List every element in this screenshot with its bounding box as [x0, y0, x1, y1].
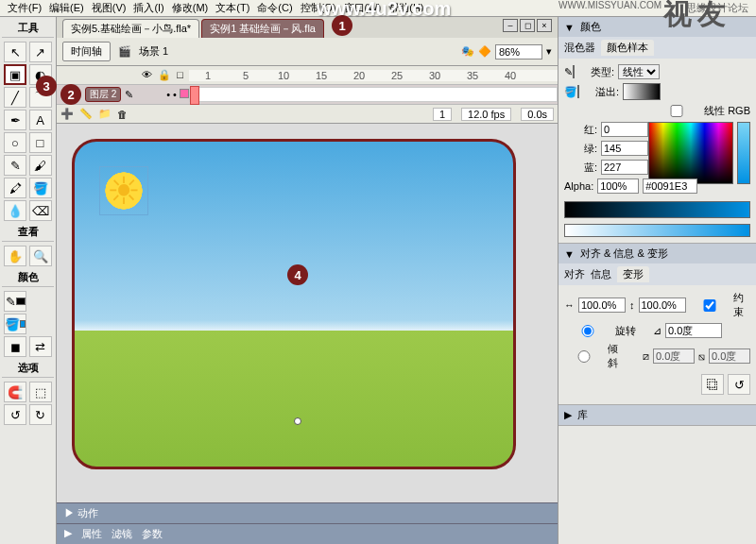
transform-tab[interactable]: 变形 — [617, 266, 649, 282]
minimize-button[interactable]: – — [503, 19, 518, 32]
width-input[interactable] — [578, 298, 626, 313]
library-panel-title[interactable]: 库 — [577, 408, 588, 422]
a-label: Alpha: — [564, 180, 593, 192]
tab-2[interactable]: 实例1 基础绘画－风.fla — [201, 19, 324, 38]
add-layer-icon[interactable]: ➕ — [60, 108, 74, 120]
layer-name[interactable]: 图层 2 — [85, 87, 121, 102]
b-input[interactable] — [601, 160, 648, 175]
brush-tool[interactable]: 🖌 — [29, 155, 52, 176]
actions-panel[interactable]: ▶ 动作 — [64, 506, 98, 520]
rotate-radio[interactable] — [564, 325, 611, 337]
color-header: 颜色 — [2, 268, 54, 287]
menu-file[interactable]: 文件(F) — [4, 1, 45, 15]
timeline-button[interactable]: 时间轴 — [62, 42, 111, 61]
playhead[interactable] — [190, 86, 199, 105]
menu-modify[interactable]: 修改(M) — [168, 1, 213, 15]
menu-edit[interactable]: 编辑(E) — [45, 1, 88, 15]
zoom-input[interactable] — [495, 44, 542, 60]
bw-button[interactable]: ◼ — [4, 336, 26, 357]
text-tool[interactable]: A — [29, 110, 52, 130]
info-tab[interactable]: 信息 — [591, 267, 611, 281]
eye-icon[interactable]: 👁 — [142, 69, 152, 81]
overflow-select[interactable] — [623, 83, 661, 100]
restore-button[interactable]: ◻ — [520, 19, 535, 32]
rotate-input[interactable] — [665, 323, 722, 338]
subselect-tool[interactable]: ↗ — [29, 42, 52, 62]
tick: 30 — [416, 70, 454, 81]
height-input[interactable] — [639, 298, 686, 313]
option-3[interactable]: ↺ — [4, 404, 26, 425]
stroke-color[interactable]: ✎ — [4, 291, 26, 312]
options-header: 选项 — [2, 359, 54, 378]
mixer-tab[interactable]: 混色器 — [564, 41, 595, 55]
option-4[interactable]: ↻ — [29, 404, 52, 425]
tick: 10 — [265, 70, 302, 81]
menu-command[interactable]: 命令(C) — [253, 1, 296, 15]
filters-tab[interactable]: 滤镜 — [112, 527, 132, 541]
option-2[interactable]: ⬚ — [29, 382, 52, 402]
close-button[interactable]: × — [537, 19, 552, 32]
hex-input[interactable] — [643, 178, 697, 194]
selection-tool[interactable]: ↖ — [4, 42, 26, 62]
gradient-stops[interactable] — [564, 224, 750, 237]
r-input[interactable] — [601, 122, 648, 137]
g-input[interactable] — [601, 141, 648, 156]
ink-tool[interactable]: 🖍 — [4, 178, 26, 198]
copy-transform-button[interactable]: ⿻ — [701, 374, 724, 395]
brightness-bar[interactable] — [737, 122, 750, 184]
constrain-check[interactable] — [690, 299, 730, 312]
eyedropper-tool[interactable]: 💧 — [4, 200, 26, 221]
line-tool[interactable]: ╱ — [4, 87, 26, 108]
stage[interactable]: 4 — [57, 124, 558, 502]
zoom-dropdown-icon[interactable]: ▾ — [546, 45, 552, 58]
lock-icon[interactable]: 🔒 — [158, 69, 171, 81]
bucket-tool[interactable]: 🪣 — [29, 178, 52, 198]
snap-option[interactable]: 🧲 — [4, 382, 26, 402]
add-guide-icon[interactable]: 📏 — [79, 108, 93, 120]
constrain-label: 约束 — [733, 291, 750, 319]
rect-tool[interactable]: □ — [29, 132, 52, 153]
fill-color[interactable]: 🪣 — [4, 314, 26, 334]
align-tab[interactable]: 对齐 — [564, 267, 585, 281]
zoom-tool[interactable]: 🔍 — [29, 246, 52, 266]
delete-layer-icon[interactable]: 🗑 — [117, 109, 128, 120]
eraser-tool[interactable]: ⌫ — [29, 200, 52, 221]
callout-4: 4 — [287, 264, 308, 285]
type-select[interactable]: 线性 — [618, 64, 660, 79]
frame-strip[interactable] — [189, 87, 558, 102]
fill-swatch[interactable]: 🪣 — [564, 86, 579, 98]
fps: 12.0 fps — [461, 108, 511, 121]
hue-sat-box[interactable] — [648, 122, 733, 184]
menu-view[interactable]: 视图(V) — [88, 1, 130, 15]
edit-scene-icon[interactable]: 🎭 — [461, 45, 474, 58]
a-input[interactable] — [597, 178, 639, 194]
params-tab[interactable]: 参数 — [142, 527, 163, 541]
menu-text[interactable]: 文本(T) — [212, 1, 253, 15]
stroke-swatch[interactable]: ✎ — [564, 66, 575, 78]
pencil-tool[interactable]: ✎ — [4, 155, 26, 176]
tick: 5 — [227, 70, 265, 81]
pen-tool[interactable]: ✒ — [4, 110, 26, 130]
outline-icon[interactable]: □ — [177, 69, 183, 81]
swatches-tab[interactable]: 颜色样本 — [601, 40, 654, 56]
canvas-artwork[interactable]: 4 — [72, 139, 516, 469]
tick: 35 — [454, 70, 491, 81]
reset-transform-button[interactable]: ↺ — [728, 374, 750, 395]
tick: 15 — [302, 70, 340, 81]
linear-rgb-check[interactable] — [653, 105, 700, 117]
properties-tab[interactable]: 属性 — [81, 527, 102, 541]
sun-graphic[interactable] — [99, 166, 148, 215]
gradient-preview[interactable] — [564, 201, 750, 218]
add-folder-icon[interactable]: 📁 — [98, 108, 112, 120]
r-label: 红: — [564, 123, 597, 137]
hand-tool[interactable]: ✋ — [4, 246, 26, 266]
skew-radio[interactable] — [564, 350, 604, 363]
transform-center[interactable] — [294, 417, 301, 425]
swap-button[interactable]: ⇄ — [29, 336, 52, 357]
symbol-icon[interactable]: 🔶 — [478, 45, 491, 58]
free-transform-tool[interactable]: ▣ — [4, 64, 26, 85]
menu-insert[interactable]: 插入(I) — [129, 1, 167, 15]
scene-icon[interactable]: 🎬 — [118, 45, 131, 58]
oval-tool[interactable]: ○ — [4, 132, 26, 153]
tab-1[interactable]: 实例5.基础绘画－小鸟.fla* — [62, 19, 199, 38]
